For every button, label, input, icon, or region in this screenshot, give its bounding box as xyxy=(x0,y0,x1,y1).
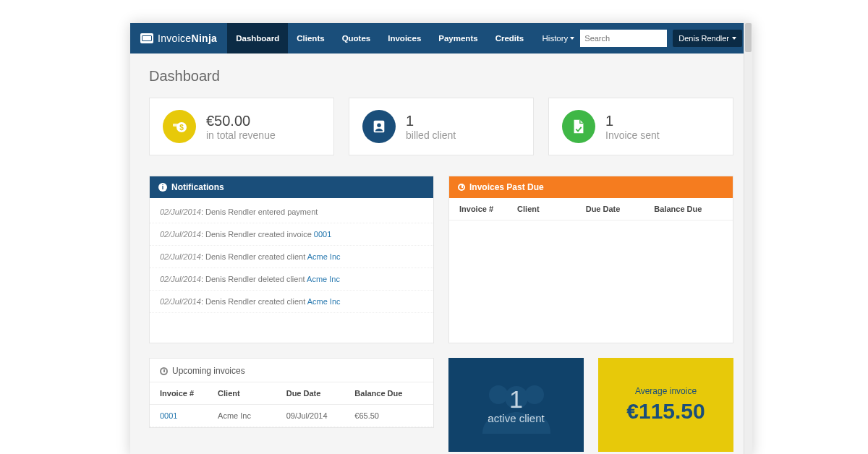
notification-row: 02/Jul/2014: Denis Rendler created invoi… xyxy=(150,223,433,246)
nav-items: Dashboard Clients Quotes Invoices Paymen… xyxy=(227,23,532,53)
page-title: Dashboard xyxy=(149,68,733,85)
contact-icon xyxy=(362,110,396,143)
notification-row: 02/Jul/2014: Denis Rendler entered payme… xyxy=(150,201,433,223)
col-invoice: Invoice # xyxy=(160,389,218,398)
vertical-scrollbar[interactable] xyxy=(744,23,752,454)
cell-due: 09/Jul/2014 xyxy=(286,411,355,420)
stat-label: billed client xyxy=(406,129,456,141)
svg-point-6 xyxy=(525,385,544,404)
nav-invoices[interactable]: Invoices xyxy=(379,23,430,53)
chevron-down-icon xyxy=(570,37,574,40)
past-due-header: Invoices Past Due xyxy=(449,176,733,198)
col-invoice: Invoice # xyxy=(459,205,517,213)
tile-value: €115.50 xyxy=(626,399,705,424)
col-client: Client xyxy=(517,205,586,213)
col-due-date: Due Date xyxy=(586,205,655,213)
invoice-link[interactable]: 0001 xyxy=(160,411,218,420)
info-icon: i xyxy=(158,183,167,192)
panel-title: Invoices Past Due xyxy=(469,182,544,192)
nav-payments[interactable]: Payments xyxy=(430,23,486,53)
user-menu-button[interactable]: Denis Rendler xyxy=(673,30,742,47)
upcoming-header: Upcoming invoices xyxy=(150,359,433,382)
tile-average-invoice: Average invoice €115.50 xyxy=(598,358,733,452)
navbar: InvoiceNinja Dashboard Clients Quotes In… xyxy=(130,23,752,53)
cell-balance: €65.50 xyxy=(354,411,423,420)
nav-quotes[interactable]: Quotes xyxy=(333,23,380,53)
nav-right: History Denis Rendler xyxy=(542,23,752,53)
client-link[interactable]: Acme Inc xyxy=(307,252,341,261)
svg-rect-2 xyxy=(173,124,179,127)
mid-panels: i Notifications 02/Jul/2014: Denis Rendl… xyxy=(149,176,733,343)
bottom-row: Upcoming invoices Invoice # Client Due D… xyxy=(149,358,733,452)
history-label: History xyxy=(542,34,569,43)
stat-value: €50.00 xyxy=(206,113,276,129)
svg-text:$: $ xyxy=(179,124,184,132)
svg-point-7 xyxy=(505,386,528,409)
svg-point-4 xyxy=(377,123,381,127)
stat-label: in total revenue xyxy=(206,129,276,141)
nav-credits[interactable]: Credits xyxy=(487,23,533,53)
notifications-header: i Notifications xyxy=(150,176,433,198)
cell-client: Acme Inc xyxy=(218,411,286,420)
stat-invoice-sent: 1 Invoice sent xyxy=(548,98,733,155)
svg-point-5 xyxy=(489,385,508,404)
stat-value: 1 xyxy=(605,113,660,129)
people-icon xyxy=(448,358,584,452)
stat-value: 1 xyxy=(406,113,456,129)
col-balance: Balance Due xyxy=(354,389,423,398)
file-icon xyxy=(562,110,595,143)
past-due-panel: Invoices Past Due Invoice # Client Due D… xyxy=(448,176,733,343)
stat-billed-client: 1 billed client xyxy=(349,98,534,155)
notifications-panel: i Notifications 02/Jul/2014: Denis Rendl… xyxy=(149,176,434,343)
chevron-down-icon xyxy=(732,37,736,40)
search-input[interactable] xyxy=(580,30,667,47)
col-client: Client xyxy=(218,389,286,398)
client-link[interactable]: Acme Inc xyxy=(307,275,340,283)
tile-label: Average invoice xyxy=(635,386,697,396)
notifications-list: 02/Jul/2014: Denis Rendler entered payme… xyxy=(150,198,433,341)
panel-title: Upcoming invoices xyxy=(172,366,245,376)
tile-active-client: 1 active client xyxy=(448,358,584,452)
col-balance: Balance Due xyxy=(654,205,723,213)
brand-logo-icon xyxy=(140,33,153,43)
stat-label: Invoice sent xyxy=(605,129,660,141)
notification-row: 02/Jul/2014: Denis Rendler deleted clien… xyxy=(150,268,433,291)
invoice-link[interactable]: 0001 xyxy=(314,230,331,239)
nav-dashboard[interactable]: Dashboard xyxy=(227,23,288,53)
page-body: Dashboard $ €50.00 in total revenue 1 bi… xyxy=(130,53,752,454)
notification-row: 02/Jul/2014: Denis Rendler created clien… xyxy=(150,291,433,313)
history-dropdown[interactable]: History xyxy=(542,34,575,43)
summary-tiles: 1 active client Average invoice €115.50 xyxy=(448,358,733,452)
upcoming-panel: Upcoming invoices Invoice # Client Due D… xyxy=(149,358,434,428)
stats-row: $ €50.00 in total revenue 1 billed clien… xyxy=(149,98,733,155)
money-icon: $ xyxy=(163,110,196,143)
brand-text: InvoiceNinja xyxy=(158,33,217,44)
clock-icon xyxy=(458,184,465,191)
clock-icon xyxy=(160,367,168,375)
panel-title: Notifications xyxy=(171,182,224,192)
past-due-columns: Invoice # Client Due Date Balance Due xyxy=(449,198,733,220)
stat-total-revenue: $ €50.00 in total revenue xyxy=(149,98,334,155)
brand[interactable]: InvoiceNinja xyxy=(130,23,227,53)
notification-row: 02/Jul/2014: Denis Rendler created clien… xyxy=(150,246,433,268)
upcoming-columns: Invoice # Client Due Date Balance Due xyxy=(150,382,433,405)
col-due-date: Due Date xyxy=(286,389,355,398)
app-window: InvoiceNinja Dashboard Clients Quotes In… xyxy=(130,23,752,454)
client-link[interactable]: Acme Inc xyxy=(307,297,341,306)
user-name-label: Denis Rendler xyxy=(678,34,729,43)
scrollbar-thumb[interactable] xyxy=(745,23,752,52)
table-row: 0001 Acme Inc 09/Jul/2014 €65.50 xyxy=(150,405,433,427)
nav-clients[interactable]: Clients xyxy=(288,23,333,53)
